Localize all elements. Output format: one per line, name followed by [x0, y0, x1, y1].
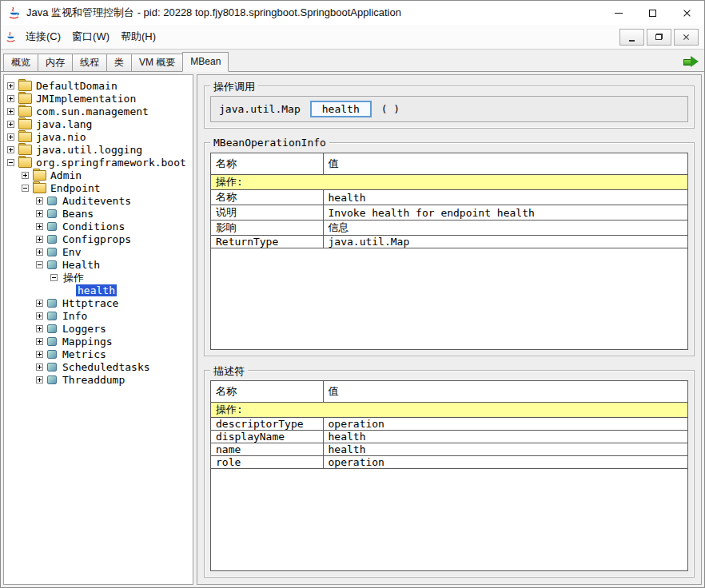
tree-item-com-sun-management[interactable]: com.sun.management — [4, 105, 193, 117]
tree-item-default-domain[interactable]: DefaultDomain — [4, 79, 193, 92]
mbean-tree: DefaultDomainJMImplementationcom.sun.man… — [3, 74, 193, 585]
tree-item-env[interactable]: Env — [4, 245, 193, 258]
menu-help[interactable]: 帮助(H) — [115, 26, 161, 47]
expand-icon[interactable] — [7, 82, 14, 89]
expand-icon[interactable] — [36, 223, 43, 230]
operation-info-row[interactable]: 影响信息 — [211, 220, 687, 236]
menu-window[interactable]: 窗口(W) — [66, 26, 115, 47]
tree-item-java-nio[interactable]: java.nio — [4, 130, 193, 143]
expand-icon[interactable] — [7, 146, 14, 153]
expand-icon[interactable] — [36, 338, 43, 345]
bean-icon — [47, 375, 57, 384]
expand-icon[interactable] — [36, 376, 43, 383]
tree-item-conditions[interactable]: Conditions — [4, 220, 193, 232]
tree-item-threaddump[interactable]: Threaddump — [4, 373, 193, 386]
tree-item-admin[interactable]: Admin — [4, 169, 193, 181]
tree-item-configprops[interactable]: Configprops — [4, 232, 193, 245]
operation-info-cell-name: 名称 — [211, 190, 323, 205]
descriptor-row[interactable]: namehealth — [211, 443, 687, 456]
frame-minimize-button[interactable] — [619, 29, 644, 46]
tree-item-label: Scheduledtasks — [61, 361, 152, 373]
menu-connection[interactable]: 连接(C) — [20, 26, 66, 47]
collapse-icon[interactable] — [36, 261, 43, 268]
tree-item-info[interactable]: Info — [4, 309, 193, 322]
collapse-icon[interactable] — [7, 159, 14, 166]
descriptor-cell-name: descriptorType — [211, 418, 323, 431]
close-button[interactable] — [670, 1, 704, 25]
descriptor-row[interactable]: roleoperation — [211, 456, 687, 469]
descriptor-row[interactable]: descriptorTypeoperation — [211, 418, 687, 431]
tree-item-scheduledtasks[interactable]: Scheduledtasks — [4, 360, 193, 373]
tree-item-auditevents[interactable]: Auditevents — [4, 194, 193, 207]
jconsole-window: Java 监视和管理控制台 - pid: 20228 top.fjy8018.s… — [0, 0, 705, 588]
expand-icon[interactable] — [36, 210, 43, 217]
tree-item-label: Env — [61, 246, 82, 258]
expand-icon[interactable] — [7, 121, 14, 128]
tree-item-beans[interactable]: Beans — [4, 207, 193, 220]
folder-icon — [33, 183, 45, 193]
tab-memory[interactable]: 内存 — [38, 54, 73, 71]
folder-icon — [33, 170, 45, 180]
close-icon — [683, 34, 690, 41]
descriptor-section-row: 操作: — [211, 403, 687, 418]
tree-item-label: Endpoint — [49, 182, 102, 194]
expand-icon[interactable] — [36, 300, 43, 307]
tree-item-operations[interactable]: 操作 — [4, 271, 193, 284]
operation-info-table: 名称值操作:名称health说明Invoke health for endpoi… — [210, 153, 688, 350]
tree-item-label: Health — [61, 259, 102, 271]
tab-overview[interactable]: 概览 — [3, 54, 38, 71]
java-logo-icon — [7, 6, 21, 20]
expand-icon[interactable] — [7, 108, 14, 115]
maximize-button[interactable] — [635, 1, 670, 25]
tree-item-health-operation[interactable]: health — [4, 284, 193, 296]
tab-mbeans[interactable]: MBean — [182, 52, 229, 72]
expand-icon[interactable] — [36, 197, 43, 205]
folder-icon — [18, 106, 30, 116]
tree-item-metrics[interactable]: Metrics — [4, 348, 193, 360]
bean-icon — [47, 324, 57, 333]
operation-args: ( ) — [381, 103, 400, 115]
expand-icon[interactable] — [36, 312, 43, 320]
expand-icon[interactable] — [36, 325, 43, 332]
expand-icon[interactable] — [7, 95, 14, 102]
tab-threads[interactable]: 线程 — [72, 54, 107, 71]
tree-item-org-springframework-boot[interactable]: org.springframework.boot — [4, 156, 193, 169]
invoke-health-button[interactable]: health — [310, 101, 372, 117]
tree-item-mappings[interactable]: Mappings — [4, 335, 193, 348]
operation-info-cell-value: health — [323, 190, 687, 205]
expand-icon[interactable] — [36, 351, 43, 358]
tree-item-loggers[interactable]: Loggers — [4, 322, 193, 335]
collapse-icon[interactable] — [50, 274, 58, 281]
collapse-icon[interactable] — [22, 185, 29, 192]
expand-icon[interactable] — [36, 248, 43, 256]
operation-info-row[interactable]: ReturnTypejava.util.Map — [211, 236, 687, 248]
tab-vm-summary[interactable]: VM 概要 — [131, 54, 183, 71]
tree-item-endpoint[interactable]: Endpoint — [4, 181, 193, 194]
tree-item-label: java.lang — [34, 118, 94, 130]
expand-icon[interactable] — [36, 236, 43, 243]
folder-icon — [18, 81, 30, 90]
tree-item-label: health — [76, 284, 117, 296]
tree-item-jm-implementation[interactable]: JMImplementation — [4, 92, 193, 105]
tree-item-httptrace[interactable]: Httptrace — [4, 296, 193, 309]
frame-restore-button[interactable] — [647, 29, 671, 46]
tab-classes[interactable]: 类 — [106, 54, 132, 71]
descriptor-row[interactable]: displayNamehealth — [211, 431, 687, 443]
descriptor-col-header-name: 名称 — [211, 381, 323, 403]
descriptor-table: 名称值操作:descriptorTypeoperationdisplayName… — [210, 380, 688, 571]
tree-item-java-util-logging[interactable]: java.util.logging — [4, 143, 193, 156]
frame-close-button[interactable] — [674, 29, 699, 46]
titlebar[interactable]: Java 监视和管理控制台 - pid: 20228 top.fjy8018.s… — [1, 1, 704, 25]
minimize-button[interactable] — [601, 1, 635, 25]
bean-icon — [47, 312, 57, 320]
tree-item-health[interactable]: Health — [4, 258, 193, 271]
tree-item-label: Beans — [61, 208, 95, 220]
expand-icon[interactable] — [36, 364, 43, 371]
expand-icon[interactable] — [7, 133, 14, 141]
operation-info-row[interactable]: 名称health — [211, 190, 687, 205]
operation-info-row[interactable]: 说明Invoke health for endpoint health — [211, 205, 687, 220]
expand-icon[interactable] — [22, 172, 29, 179]
tree-item-java-lang[interactable]: java.lang — [4, 117, 193, 130]
tree-item-label: java.nio — [34, 131, 88, 143]
tree-item-label: Threaddump — [61, 374, 126, 386]
